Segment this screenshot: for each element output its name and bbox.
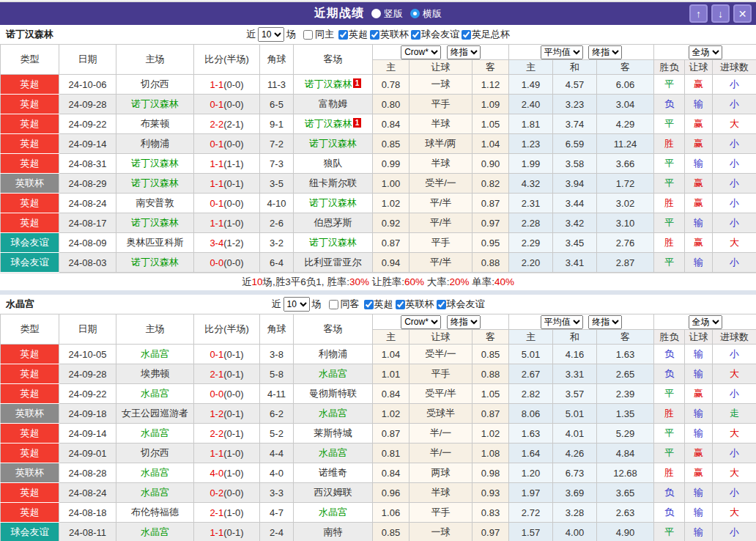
match-count-select[interactable]: 10: [258, 27, 284, 42]
league-checkbox[interactable]: [437, 300, 446, 309]
match-date: 24-09-01: [59, 444, 116, 463]
league-filter-2[interactable]: 英联杯: [368, 28, 409, 41]
league-filter-1[interactable]: 英超: [362, 298, 393, 311]
scope-select-cell: 全场: [654, 45, 756, 60]
league-filter-2[interactable]: 英联杯: [393, 298, 434, 311]
same-venue-checkbox[interactable]: [329, 300, 338, 309]
result-value: 小: [713, 444, 756, 463]
away-team-name: 狼队: [324, 158, 343, 169]
odds-value: 0.99: [373, 154, 410, 174]
odds-value: 0.88: [472, 364, 509, 384]
corner-stat: 4-7: [260, 503, 294, 523]
odds-value: 半球: [410, 114, 472, 134]
league-checkbox[interactable]: [396, 300, 405, 309]
layout-horizontal-option[interactable]: 横版: [410, 7, 442, 21]
match-count-select[interactable]: 10: [284, 297, 310, 312]
halftime-score: (0-0): [223, 198, 243, 209]
home-team-name: 诺丁汉森林: [131, 158, 179, 169]
odds-value: 0.96: [373, 483, 410, 503]
corner-stat: 3-3: [260, 483, 294, 503]
home-team-name: 布莱顿: [141, 118, 169, 129]
match-type-badge: 英超: [1, 194, 59, 213]
match-date: 24-08-11: [59, 523, 116, 541]
odds-value: 半/一: [410, 424, 472, 444]
avg-final-select[interactable]: 终指: [588, 45, 622, 59]
match-type-badge: 英超: [1, 345, 59, 364]
halftime-score: (1-0): [223, 218, 243, 229]
result-value: 走: [713, 404, 756, 424]
move-down-button[interactable]: ↓: [711, 4, 730, 23]
recent-label: 近: [272, 298, 281, 311]
odds-value: 1.06: [373, 503, 410, 523]
move-up-button[interactable]: ↑: [689, 4, 708, 23]
match-type-badge: 英超: [1, 213, 59, 233]
col-result-goals: 进球数: [713, 60, 756, 75]
odds-final-select[interactable]: 终指: [447, 45, 481, 59]
col-avg-home: 主: [509, 60, 553, 75]
match-type-badge: 英超: [1, 503, 59, 523]
league-filter-4[interactable]: 英足总杯: [459, 28, 510, 41]
same-venue-filter[interactable]: 同客: [327, 298, 360, 311]
odds-provider-select[interactable]: Crow*: [401, 45, 441, 59]
match-score: 3-4(1-2): [194, 233, 260, 253]
avg-value: 1.72: [597, 174, 654, 194]
league-checkbox[interactable]: [370, 30, 379, 40]
league-filter-3[interactable]: 球会友谊: [434, 298, 485, 311]
avg-value: 3.74: [553, 114, 597, 134]
odds-value: 受半/一: [410, 174, 472, 194]
col-away: 客场: [294, 45, 373, 75]
match-row: 英联杯24-09-18女王公园巡游者1-2(0-1)6-2水晶宫1.02受球半0…: [1, 404, 756, 424]
away-team: 诺丁汉森林: [294, 233, 373, 253]
league-checkbox[interactable]: [411, 30, 420, 40]
league-checkbox[interactable]: [364, 300, 374, 309]
away-team: 利物浦: [294, 345, 373, 364]
col-type: 类型: [1, 314, 59, 345]
col-avg-draw: 和: [553, 60, 597, 75]
col-result-handicap: 让球: [685, 60, 713, 75]
close-button[interactable]: ✕: [733, 4, 752, 23]
result-value: 赢: [685, 444, 713, 463]
avg-value: 2.87: [597, 253, 654, 273]
result-value: 平: [654, 154, 685, 174]
league-checkbox[interactable]: [338, 30, 348, 40]
avg-value: 4.90: [597, 523, 654, 541]
col-odds-home: 主: [373, 60, 410, 75]
result-value: 小: [713, 174, 756, 194]
home-team: 水晶宫: [116, 463, 194, 483]
corner-stat: 4-10: [260, 194, 294, 213]
match-type-badge: 英超: [1, 134, 59, 154]
avg-value: 11.24: [597, 134, 654, 154]
odds-final-select[interactable]: 终指: [447, 315, 481, 329]
fulltime-score: 2-1: [210, 507, 223, 518]
match-row: 英超24-08-31诺丁汉森林1-1(1-1)7-3狼队0.99半球0.901.…: [1, 154, 756, 174]
league-checkbox[interactable]: [462, 30, 471, 40]
same-venue-filter[interactable]: 同主: [301, 28, 334, 41]
match-score: 2-1(1-0): [194, 503, 260, 523]
same-venue-checkbox[interactable]: [303, 30, 313, 40]
match-score: 0-0(0-0): [194, 253, 260, 273]
scope-select[interactable]: 全场: [689, 315, 722, 329]
layout-vertical-option[interactable]: 竖版: [371, 7, 403, 21]
avg-select[interactable]: 平均值: [541, 45, 583, 59]
league-filter-1[interactable]: 英超: [336, 28, 368, 41]
scope-select[interactable]: 全场: [689, 45, 722, 59]
match-type-badge: 英超: [1, 75, 59, 95]
home-team-name: 女王公园巡游者: [122, 408, 188, 419]
radio-selected-icon: [371, 9, 381, 18]
league-label: 英联杯: [380, 28, 409, 41]
league-filter-3[interactable]: 球会友谊: [409, 28, 459, 41]
result-value: 输: [685, 364, 713, 384]
odds-value: 受半/一: [410, 345, 472, 364]
corner-stat: 2-6: [260, 213, 294, 233]
avg-value: 3.23: [553, 95, 597, 114]
odds-provider-select[interactable]: Crow*: [401, 315, 441, 329]
corner-stat: 6-4: [260, 253, 294, 273]
avg-final-select[interactable]: 终指: [588, 315, 622, 329]
odds-value: 1.02: [472, 424, 509, 444]
halftime-score: (0-1): [223, 408, 243, 419]
match-row: 英超24-10-05水晶宫0-1(0-1)3-8利物浦1.04受半/一0.855…: [1, 345, 756, 364]
result-value: 胜: [654, 404, 685, 424]
avg-select[interactable]: 平均值: [541, 315, 583, 329]
avg-value: 2.31: [509, 194, 553, 213]
vertical-label: 竖版: [384, 7, 403, 21]
